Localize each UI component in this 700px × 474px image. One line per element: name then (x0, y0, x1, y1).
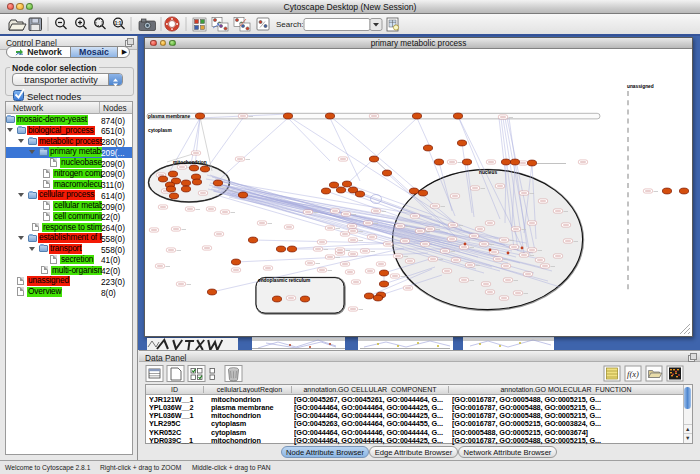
svg-text:unassigned: unassigned (627, 84, 654, 89)
svg-text:f(x): f(x) (627, 369, 639, 379)
svg-text:mitochondrion: mitochondrion (173, 160, 207, 165)
svg-text:cytoplasm: cytoplasm (148, 128, 172, 133)
svg-text:plasma membrane: plasma membrane (148, 114, 190, 119)
svg-text:endoplasmic reticulum: endoplasmic reticulum (258, 278, 310, 283)
svg-text:nucleus: nucleus (479, 170, 497, 175)
svg-text:Search:: Search: (276, 20, 304, 29)
svg-text:1:1: 1:1 (115, 21, 122, 26)
